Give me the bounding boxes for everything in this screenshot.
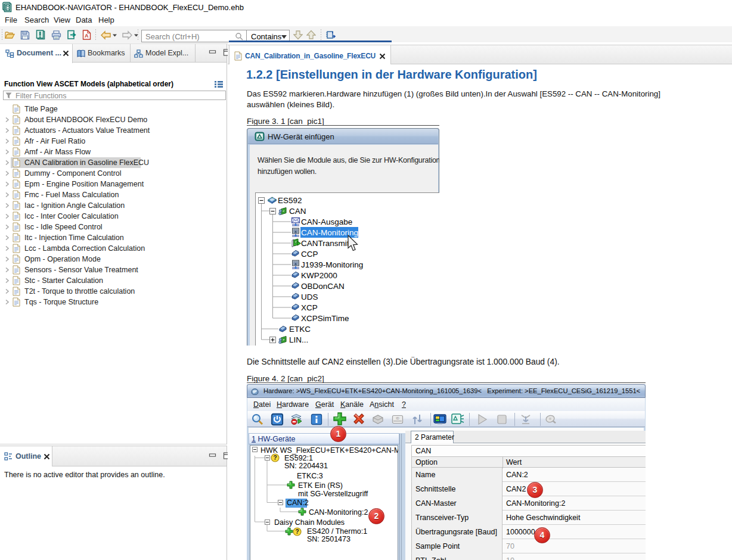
svg-text:A: A bbox=[85, 33, 89, 39]
svg-text:?: ? bbox=[295, 528, 299, 535]
svg-text:?: ? bbox=[273, 455, 277, 461]
